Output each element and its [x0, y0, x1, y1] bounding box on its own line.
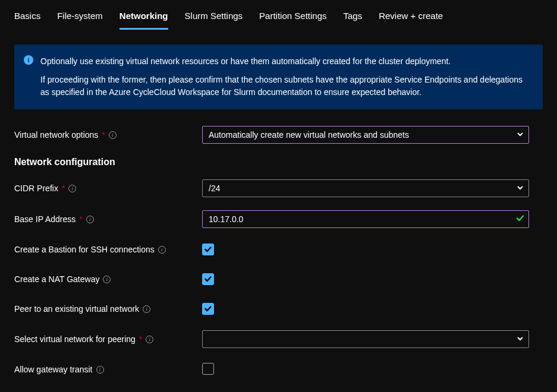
label-text: CIDR Prefix	[14, 184, 58, 193]
chevron-down-icon	[517, 184, 524, 193]
tab-tags[interactable]: Tags	[344, 11, 363, 30]
help-icon[interactable]: i	[68, 185, 76, 192]
peer-checkbox[interactable]	[202, 303, 214, 315]
help-icon[interactable]: i	[86, 216, 94, 223]
tab-review-create[interactable]: Review + create	[379, 11, 443, 30]
help-icon[interactable]: i	[96, 366, 104, 374]
tab-partition-settings[interactable]: Partition Settings	[259, 11, 326, 30]
row-nat: Create a NAT Gateway i	[14, 271, 543, 287]
peer-vnet-select[interactable]	[202, 330, 529, 348]
label-text: Peer to an existing virtual network	[14, 304, 139, 314]
check-icon	[516, 214, 524, 225]
gateway-checkbox[interactable]	[202, 363, 214, 375]
bastion-checkbox[interactable]	[202, 244, 214, 255]
vnet-options-select[interactable]: Automatically create new virtual network…	[202, 126, 529, 144]
chevron-down-icon	[517, 334, 524, 344]
info-icon: i	[24, 55, 33, 65]
label-text: Base IP Address	[14, 214, 75, 224]
label-text: Create a Bastion for SSH connections	[14, 245, 155, 254]
section-title-network-config: Network configuration	[14, 157, 543, 167]
label-text: Select virtual network for peering	[14, 334, 136, 344]
tab-basics[interactable]: Basics	[14, 11, 40, 30]
row-gateway: Allow gateway transit i	[14, 361, 543, 378]
cidr-select[interactable]: /24	[202, 179, 529, 197]
info-text-1: Optionally use existing virtual network …	[40, 55, 531, 68]
required-indicator: *	[79, 214, 82, 224]
base-ip-input[interactable]	[202, 210, 529, 228]
row-vnet-options: Virtual network options * i Automaticall…	[14, 126, 543, 144]
required-indicator: *	[62, 184, 65, 193]
bastion-label: Create a Bastion for SSH connections i	[14, 245, 202, 254]
help-icon[interactable]: i	[109, 131, 117, 139]
select-value: /24	[209, 184, 220, 193]
help-icon[interactable]: i	[103, 276, 111, 283]
row-peer-select: Select virtual network for peering * i	[14, 330, 543, 348]
peer-select-label: Select virtual network for peering * i	[14, 334, 202, 344]
help-icon[interactable]: i	[158, 246, 166, 254]
chevron-down-icon	[517, 130, 524, 140]
nat-checkbox[interactable]	[202, 273, 214, 285]
row-peer: Peer to an existing virtual network i	[14, 301, 543, 317]
required-indicator: *	[139, 334, 142, 344]
tabs-bar: Basics File-system Networking Slurm Sett…	[0, 0, 557, 30]
label-text: Allow gateway transit	[14, 365, 93, 374]
row-base-ip: Base IP Address * i	[14, 210, 543, 228]
vnet-options-label: Virtual network options * i	[14, 130, 202, 140]
base-ip-label: Base IP Address * i	[14, 214, 202, 224]
info-text-2: If proceeding with the former, then plea…	[40, 74, 531, 99]
tab-networking[interactable]: Networking	[119, 11, 168, 30]
row-bastion: Create a Bastion for SSH connections i	[14, 241, 543, 258]
label-text: Create a NAT Gateway	[14, 274, 99, 284]
label-text: Virtual network options	[14, 130, 98, 140]
help-icon[interactable]: i	[146, 336, 153, 343]
tab-content: i Optionally use existing virtual networ…	[0, 30, 557, 392]
tab-slurm-settings[interactable]: Slurm Settings	[185, 11, 243, 30]
help-icon[interactable]: i	[143, 305, 150, 313]
cidr-label: CIDR Prefix * i	[14, 184, 202, 193]
required-indicator: *	[102, 130, 105, 140]
row-cidr: CIDR Prefix * i /24	[14, 179, 543, 197]
gateway-label: Allow gateway transit i	[14, 365, 202, 374]
peer-label: Peer to an existing virtual network i	[14, 304, 202, 314]
info-banner: i Optionally use existing virtual networ…	[14, 45, 543, 109]
nat-label: Create a NAT Gateway i	[14, 274, 202, 284]
select-value: Automatically create new virtual network…	[209, 130, 409, 140]
tab-file-system[interactable]: File-system	[57, 11, 103, 30]
